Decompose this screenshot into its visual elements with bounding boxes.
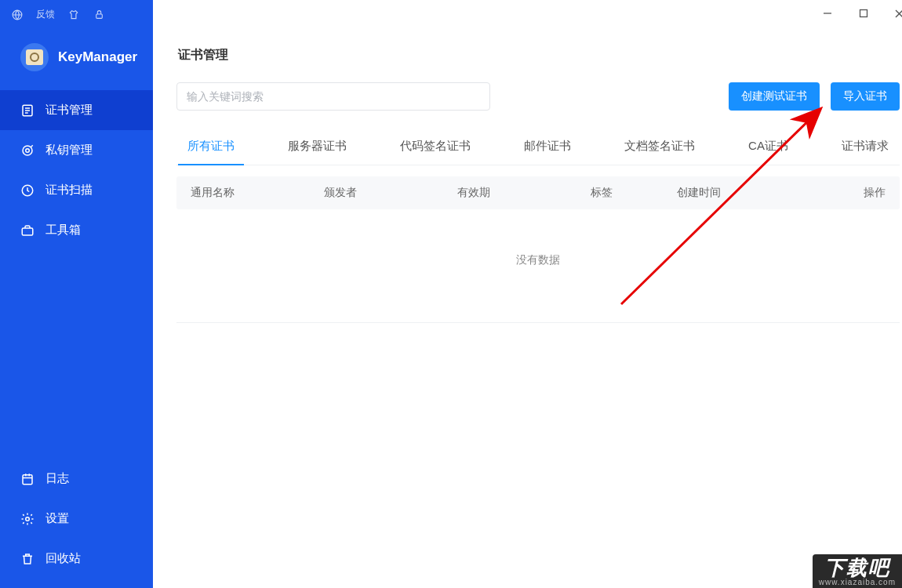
sidebar-item-logs[interactable]: 日志 [0, 459, 153, 499]
toolbar: 创建测试证书 导入证书 [176, 82, 900, 111]
sidebar-item-label: 回收站 [45, 551, 81, 566]
lock-icon[interactable] [93, 9, 105, 21]
import-cert-button[interactable]: 导入证书 [831, 82, 900, 111]
svg-point-3 [23, 146, 32, 155]
tab-cert-requests[interactable]: 证书请求 [838, 131, 892, 165]
sidebar-item-key-manage[interactable]: 私钥管理 [0, 130, 153, 170]
trash-icon [20, 552, 35, 566]
sidebar-item-label: 私钥管理 [45, 143, 93, 158]
watermark-url: www.xiazaiba.com [819, 578, 896, 586]
main-content: 证书管理 创建测试证书 导入证书 所有证书 服务器证书 代码签名证书 邮件证书 … [153, 0, 902, 588]
sidebar-item-cert-scan[interactable]: 证书扫描 [0, 170, 153, 210]
clock-icon [20, 183, 35, 198]
watermark: 下载吧 www.xiazaiba.com [813, 554, 902, 588]
page-title: 证书管理 [178, 47, 900, 64]
window-titlebar [153, 0, 902, 27]
svg-point-4 [26, 148, 30, 152]
svg-point-8 [26, 517, 30, 521]
col-operation: 操作 [787, 186, 886, 200]
brand-logo-icon [20, 43, 49, 71]
tabs: 所有证书 服务器证书 代码签名证书 邮件证书 文档签名证书 CA证书 证书请求 [176, 131, 900, 165]
main-nav: 证书管理 私钥管理 证书扫描 工具箱 [0, 90, 153, 588]
globe-icon[interactable] [11, 9, 24, 21]
svg-rect-1 [96, 14, 102, 18]
certificate-icon [20, 103, 35, 118]
svg-rect-10 [860, 10, 867, 17]
calendar-icon [20, 472, 35, 486]
cert-table: 通用名称 颁发者 有效期 标签 创建时间 操作 没有数据 [176, 176, 900, 323]
brand-name: KeyManager [58, 49, 137, 65]
col-expiry: 有效期 [457, 186, 591, 200]
sidebar-item-label: 证书扫描 [45, 183, 93, 198]
sidebar-item-label: 工具箱 [45, 223, 81, 238]
tab-all-certs[interactable]: 所有证书 [184, 131, 238, 165]
col-issuer: 颁发者 [324, 186, 457, 200]
table-header: 通用名称 颁发者 有效期 标签 创建时间 操作 [176, 176, 900, 209]
sidebar-item-trash[interactable]: 回收站 [0, 539, 153, 579]
col-created: 创建时间 [677, 186, 787, 200]
watermark-text: 下载吧 [819, 557, 896, 578]
sidebar-item-settings[interactable]: 设置 [0, 499, 153, 539]
empty-state: 没有数据 [176, 209, 900, 323]
tab-server-certs[interactable]: 服务器证书 [285, 131, 350, 165]
col-tag: 标签 [591, 186, 677, 200]
shirt-icon[interactable] [67, 9, 80, 21]
sidebar: 反馈 KeyManager 证书管理 私钥管理 [0, 0, 153, 588]
svg-rect-7 [23, 474, 32, 484]
search-input[interactable] [176, 82, 490, 111]
tab-ca-certs[interactable]: CA证书 [745, 131, 791, 165]
close-button[interactable] [886, 3, 902, 24]
gear-icon [20, 512, 35, 526]
create-test-cert-button[interactable]: 创建测试证书 [729, 82, 820, 111]
sidebar-topbar: 反馈 [0, 0, 153, 29]
tab-codesign-certs[interactable]: 代码签名证书 [397, 131, 474, 165]
sidebar-item-label: 证书管理 [45, 103, 93, 118]
toolbox-icon [20, 223, 35, 238]
brand: KeyManager [0, 29, 153, 90]
sidebar-item-label: 设置 [45, 511, 69, 526]
sidebar-item-label: 日志 [45, 471, 69, 486]
tab-mail-certs[interactable]: 邮件证书 [521, 131, 574, 165]
col-common-name: 通用名称 [191, 186, 324, 200]
minimize-button[interactable] [813, 3, 842, 24]
svg-rect-6 [22, 228, 33, 235]
tab-docsign-certs[interactable]: 文档签名证书 [621, 131, 698, 165]
sidebar-item-toolbox[interactable]: 工具箱 [0, 210, 153, 250]
maximize-button[interactable] [849, 3, 878, 24]
feedback-link[interactable]: 反馈 [36, 8, 55, 21]
sidebar-item-cert-manage[interactable]: 证书管理 [0, 90, 153, 130]
target-icon [20, 143, 35, 158]
